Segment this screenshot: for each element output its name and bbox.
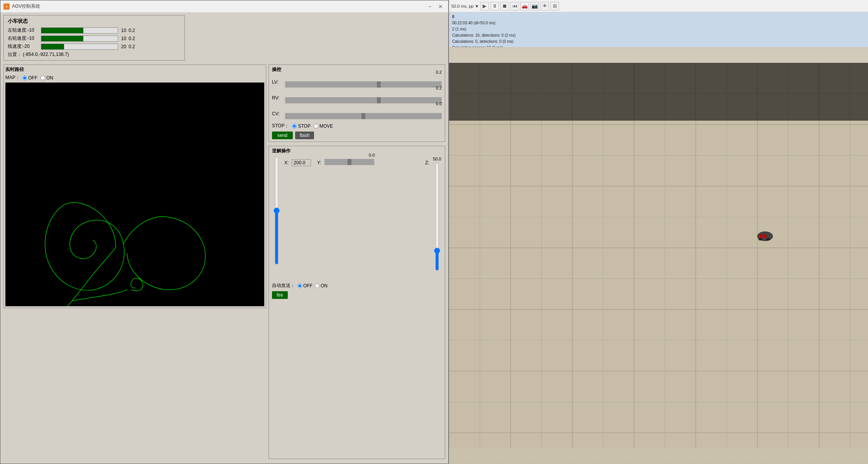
stop-option[interactable]: STOP: [292, 123, 310, 129]
move-text: MOVE: [319, 123, 333, 129]
stop-label: STOP：: [272, 123, 289, 129]
right-panel: 操控 LV: 0.2 RV: 0.2: [269, 64, 445, 461]
move-radio[interactable]: [314, 124, 318, 128]
left-panel: 实时路径 MAP： OFF ON: [3, 64, 266, 461]
realtime-path-title: 实时路径: [5, 66, 264, 73]
viz-stat-1: 00:22:03.40 (dt=50.0 ms): [452, 20, 865, 26]
map-control-row: MAP： OFF ON: [5, 74, 264, 81]
map-off-option[interactable]: OFF: [22, 75, 37, 81]
z-label: Z:: [425, 160, 429, 165]
left-speed-max: 10: [121, 28, 126, 33]
line-speed-fill: [41, 44, 64, 49]
title-bar: A AGV控制系统 − ✕: [0, 0, 448, 13]
viz-content: 0 00:22:03.40 (dt=50.0 ms) 2 (1 ms) Calc…: [449, 12, 868, 464]
car-status-box: 小车状态 左轮速度:-10 10 0.2 右轮速度:-10 10: [3, 15, 185, 61]
right-speed-val: 0.2: [128, 36, 135, 41]
viz-play-btn[interactable]: ▶: [480, 2, 489, 10]
lv-value: 0.2: [285, 70, 442, 74]
y-value: 0.0: [369, 153, 375, 157]
right-speed-label: 右轮速度:-10: [8, 35, 39, 42]
left-speed-bar: [41, 27, 118, 34]
y-slider[interactable]: [324, 159, 374, 165]
cv-label: CV:: [272, 111, 284, 116]
auto-send-label: 自动发送：: [272, 282, 295, 289]
auto-off-option[interactable]: OFF: [297, 283, 312, 289]
viz-eye-btn[interactable]: 👁: [540, 2, 549, 10]
viz-stop-btn[interactable]: ⏹: [500, 2, 509, 10]
car-status-section: 小车状态 左轮速度:-10 10 0.2 右轮速度:-10 10: [0, 13, 448, 63]
fire-button[interactable]: fire: [272, 291, 288, 299]
left-speed-fill: [41, 28, 83, 33]
send-button[interactable]: send: [272, 132, 293, 139]
position-row: 位置： (-854.0,-922.71,138.7): [8, 51, 181, 58]
x-vertical-slider[interactable]: [272, 157, 281, 265]
line-speed-val: 0.2: [128, 44, 135, 49]
left-speed-val: 0.2: [128, 28, 135, 33]
cv-slider[interactable]: [285, 113, 442, 119]
map-on-label: ON: [46, 75, 53, 81]
auto-on-radio[interactable]: [315, 283, 319, 288]
path-canvas: [5, 83, 264, 306]
svg-rect-4: [449, 63, 868, 121]
map-on-radio[interactable]: [41, 76, 45, 80]
viz-car-btn[interactable]: 🚗: [520, 2, 529, 10]
svg-rect-7: [763, 235, 766, 238]
control-section: 操控 LV: 0.2 RV: 0.2: [269, 64, 445, 142]
main-window: A AGV控制系统 − ✕ 小车状态 左轮速度:-10 10 0.2: [0, 0, 449, 464]
right-speed-fill: [41, 36, 83, 41]
auto-on-option[interactable]: ON: [315, 283, 328, 289]
window-controls: − ✕: [425, 3, 445, 10]
x-label: X:: [284, 160, 289, 165]
z-vertical-slider[interactable]: [432, 163, 442, 271]
position-label: 位置：: [8, 52, 22, 57]
viz-grid-btn[interactable]: ⊞: [551, 2, 559, 10]
minimize-button[interactable]: −: [425, 3, 434, 10]
app-icon: A: [3, 3, 10, 10]
viz-time-text: 50.0 ms, pp ▼: [451, 4, 479, 8]
x-value: 200.0: [292, 159, 311, 166]
close-button[interactable]: ✕: [436, 3, 445, 10]
car-status-title: 小车状态: [8, 18, 181, 25]
viz-window: 50.0 ms, pp ▼ ▶ ⏸ ⏹ ⏮ 🚗 📷 👁 ⊞ 0 00:22:03…: [449, 0, 868, 464]
main-body: 实时路径 MAP： OFF ON: [0, 63, 448, 464]
left-speed-row: 左轮速度:-10 10 0.2: [8, 27, 181, 34]
cv-row: CV: 0.0: [272, 107, 442, 120]
stop-row: STOP： STOP MOVE: [272, 123, 442, 129]
lv-label: LV:: [272, 79, 284, 85]
viz-stat-4: Calculations: 0, detections: 0 (0 ms): [452, 39, 865, 45]
svg-rect-6: [759, 235, 762, 238]
viz-pause-btn[interactable]: ⏸: [490, 2, 499, 10]
inverse-title: 逆解操作: [272, 148, 442, 154]
y-label: Y:: [317, 160, 321, 165]
viz-stat-3: Calculations: 16, detections: 0 (2 ms): [452, 32, 865, 39]
map-off-label: OFF: [28, 75, 37, 81]
viz-3d-viewport: [449, 47, 868, 464]
line-speed-max: 20: [121, 44, 126, 49]
flash-button[interactable]: flash: [295, 132, 314, 139]
viz-stats: 0 00:22:03.40 (dt=50.0 ms) 2 (1 ms) Calc…: [449, 12, 868, 47]
realtime-path-section: 实时路径 MAP： OFF ON: [3, 64, 266, 308]
inverse-section: 逆解操作 X: 200.0 Y:: [269, 146, 445, 459]
map-off-radio[interactable]: [22, 76, 27, 80]
action-buttons: send flash: [272, 132, 442, 139]
viz-rewind-btn[interactable]: ⏮: [510, 2, 519, 10]
line-speed-label: 线速度:-20: [8, 43, 39, 50]
move-option[interactable]: MOVE: [314, 123, 333, 129]
right-speed-max: 10: [121, 36, 126, 41]
line-speed-bar: [41, 44, 118, 50]
auto-send-row: 自动发送： OFF ON: [272, 282, 442, 289]
viz-3d-svg: [449, 47, 868, 464]
rv-value: 0.2: [285, 86, 442, 90]
left-speed-label: 左轮速度:-10: [8, 27, 39, 34]
stop-radio[interactable]: [292, 124, 297, 128]
svg-point-9: [766, 238, 770, 241]
content-area: 小车状态 左轮速度:-10 10 0.2 右轮速度:-10 10: [0, 13, 448, 464]
auto-off-radio[interactable]: [297, 283, 302, 288]
x-slider-wrap: [272, 157, 281, 265]
viz-cam-btn[interactable]: 📷: [530, 2, 539, 10]
map-on-option[interactable]: ON: [41, 75, 53, 81]
path-svg: [5, 83, 264, 306]
map-radio-group: OFF ON: [22, 75, 53, 81]
stop-text: STOP: [298, 123, 310, 129]
auto-off-text: OFF: [303, 283, 312, 289]
